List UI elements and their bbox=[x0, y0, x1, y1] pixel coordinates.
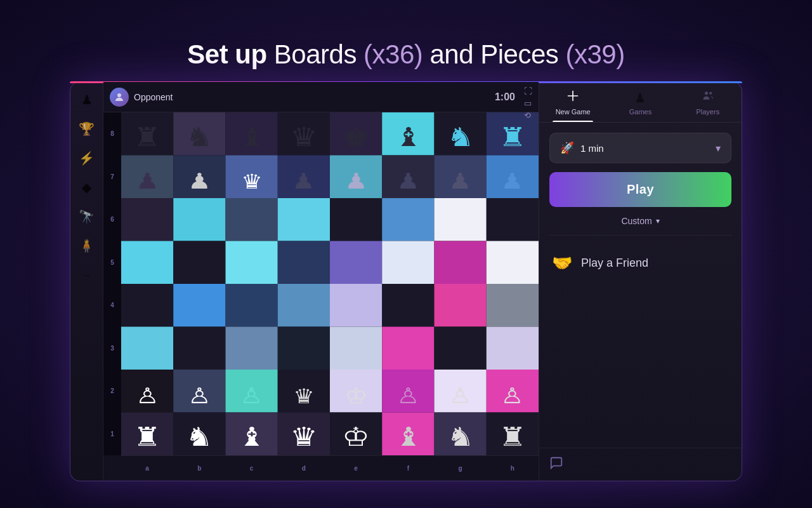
play-friend-label: Play a Friend bbox=[581, 257, 648, 270]
svg-text:♜: ♜ bbox=[133, 123, 161, 152]
svg-rect-38 bbox=[382, 284, 434, 327]
svg-text:♛: ♛ bbox=[290, 423, 318, 452]
time-chevron-icon: ▾ bbox=[716, 142, 721, 154]
svg-point-99 bbox=[705, 91, 708, 95]
panel-tabs: New Game ♟ Games Players bbox=[539, 82, 742, 123]
rocket-icon: 🚀 bbox=[560, 141, 574, 155]
time-control-selector[interactable]: 🚀 1 min ▾ bbox=[549, 133, 731, 163]
lightning-sidebar-icon[interactable]: ⚡ bbox=[78, 149, 96, 167]
svg-rect-21 bbox=[330, 198, 382, 241]
chat-icon[interactable] bbox=[549, 456, 563, 473]
svg-text:♔: ♔ bbox=[342, 423, 370, 452]
rank-1: 1 bbox=[103, 413, 121, 456]
person-sidebar-icon[interactable]: 🧍 bbox=[78, 237, 96, 255]
fullscreen-icon[interactable]: ⛶ bbox=[524, 86, 532, 96]
panel-content: 🚀 1 min ▾ Play Custom ▾ 🤝 Play a bbox=[539, 123, 742, 448]
time-control-left: 🚀 1 min bbox=[560, 141, 604, 155]
board-header: Opponent 1:00 ⚙ ⛶ ▭ ⟲ bbox=[103, 82, 539, 112]
layout-icon[interactable]: ▭ bbox=[524, 98, 532, 108]
rank-4: 4 bbox=[103, 284, 121, 327]
svg-rect-40 bbox=[487, 284, 539, 327]
file-h: h bbox=[487, 465, 539, 472]
svg-text:♔: ♔ bbox=[344, 384, 368, 408]
svg-text:♙: ♙ bbox=[501, 384, 524, 408]
opponent-avatar bbox=[110, 88, 129, 107]
rank-5: 5 bbox=[103, 241, 121, 284]
svg-text:♙: ♙ bbox=[136, 384, 159, 408]
svg-text:♝: ♝ bbox=[238, 123, 266, 152]
svg-text:♜: ♜ bbox=[499, 423, 527, 452]
file-labels: a b c d e f g h bbox=[121, 455, 539, 481]
svg-text:♙: ♙ bbox=[396, 384, 420, 408]
time-control-label: 1 min bbox=[580, 143, 604, 154]
svg-point-0 bbox=[117, 93, 121, 97]
tab-games[interactable]: ♟ Games bbox=[606, 82, 674, 122]
svg-rect-35 bbox=[226, 284, 278, 327]
svg-rect-39 bbox=[435, 284, 487, 327]
flip-icon[interactable]: ⟲ bbox=[524, 110, 532, 120]
svg-rect-32 bbox=[487, 241, 539, 284]
file-a: a bbox=[121, 465, 173, 472]
svg-rect-47 bbox=[435, 327, 487, 370]
svg-rect-23 bbox=[435, 198, 487, 241]
svg-rect-24 bbox=[487, 198, 539, 241]
svg-rect-28 bbox=[278, 241, 330, 284]
games-icon: ♟ bbox=[634, 90, 646, 105]
app-container: ♟ 🏆 ⚡ ◆ 🔭 🧍 ··· Opponent 1:00 ⚙ ⛶ ▭ bbox=[70, 81, 742, 481]
board-controls: ⚙ ⛶ ▭ ⟲ bbox=[524, 82, 532, 120]
board-area: Opponent 1:00 ⚙ ⛶ ▭ ⟲ 8 7 6 5 4 3 2 1 bbox=[103, 82, 539, 481]
svg-text:♜: ♜ bbox=[133, 423, 161, 452]
svg-rect-42 bbox=[173, 327, 225, 370]
svg-text:♟: ♟ bbox=[136, 170, 159, 194]
cube-sidebar-icon[interactable]: ◆ bbox=[78, 178, 96, 196]
svg-rect-33 bbox=[121, 284, 173, 327]
svg-text:♙: ♙ bbox=[188, 384, 211, 408]
play-button[interactable]: Play bbox=[549, 172, 731, 207]
svg-text:♟: ♟ bbox=[344, 170, 368, 194]
svg-rect-31 bbox=[435, 241, 487, 284]
svg-rect-29 bbox=[330, 241, 382, 284]
rank-7: 7 bbox=[103, 156, 121, 199]
sidebar: ♟ 🏆 ⚡ ◆ 🔭 🧍 ··· bbox=[70, 82, 103, 481]
opponent-name: Opponent bbox=[134, 92, 490, 102]
trophy-sidebar-icon[interactable]: 🏆 bbox=[78, 120, 96, 138]
binoculars-sidebar-icon[interactable]: 🔭 bbox=[78, 208, 96, 225]
rank-8: 8 bbox=[103, 112, 121, 156]
tab-new-game[interactable]: New Game bbox=[539, 82, 606, 122]
more-sidebar-icon[interactable]: ··· bbox=[78, 266, 96, 284]
custom-label: Custom bbox=[621, 216, 652, 226]
panel-bottom bbox=[539, 448, 742, 481]
svg-rect-44 bbox=[278, 327, 330, 370]
rank-3: 3 bbox=[103, 327, 121, 370]
svg-rect-26 bbox=[173, 241, 225, 284]
bottom-rank-corner bbox=[103, 455, 121, 481]
svg-rect-48 bbox=[487, 327, 539, 370]
svg-text:♞: ♞ bbox=[447, 423, 475, 452]
svg-rect-27 bbox=[226, 241, 278, 284]
file-c: c bbox=[226, 465, 278, 472]
svg-rect-25 bbox=[121, 241, 173, 284]
tab-players[interactable]: Players bbox=[674, 82, 742, 122]
rank-2: 2 bbox=[103, 370, 121, 413]
file-f: f bbox=[382, 465, 434, 472]
svg-text:♞: ♞ bbox=[447, 123, 475, 152]
svg-rect-98 bbox=[568, 95, 579, 97]
svg-rect-36 bbox=[278, 284, 330, 327]
svg-rect-30 bbox=[382, 241, 434, 284]
svg-point-100 bbox=[709, 92, 712, 95]
chess-board-grid[interactable]: ♜ ♞ ♝ ♛ ♚ ♝ ♞ ♜ ♟ ♟ ♛ ♟ ♟ ♟ ♟ bbox=[121, 112, 539, 455]
custom-chevron-icon: ▾ bbox=[656, 217, 660, 225]
new-game-tab-label: New Game bbox=[556, 108, 591, 116]
svg-text:♝: ♝ bbox=[395, 123, 422, 152]
svg-text:♞: ♞ bbox=[186, 123, 214, 152]
svg-text:♛: ♛ bbox=[290, 123, 318, 152]
custom-row[interactable]: Custom ▾ bbox=[549, 216, 731, 226]
svg-text:♛: ♛ bbox=[241, 171, 263, 193]
settings-icon[interactable]: ⚙ bbox=[524, 82, 532, 84]
pawn-sidebar-icon[interactable]: ♟ bbox=[78, 91, 96, 109]
svg-text:♞: ♞ bbox=[186, 423, 214, 452]
svg-rect-34 bbox=[173, 284, 225, 327]
play-friend-row[interactable]: 🤝 Play a Friend bbox=[549, 244, 731, 282]
svg-text:♟: ♟ bbox=[501, 170, 524, 194]
players-tab-label: Players bbox=[696, 108, 719, 116]
